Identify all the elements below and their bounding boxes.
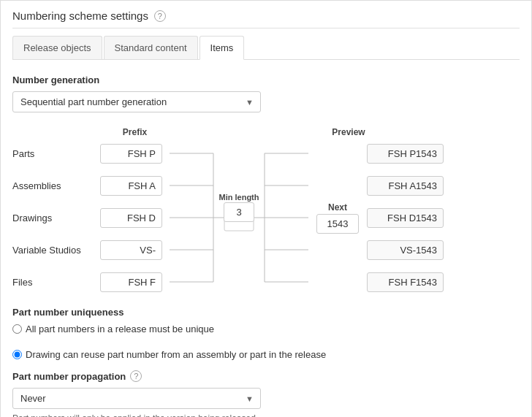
propagation-hint: Part numbers will only be applied in the… <box>12 413 520 417</box>
radio-all-unique[interactable]: All part numbers in a release must be un… <box>12 324 214 334</box>
propagation-help-icon[interactable]: ? <box>130 370 142 382</box>
prefix-input-files[interactable] <box>100 272 162 292</box>
radio-drawing-reuse[interactable]: Drawing can reuse part number from an as… <box>12 349 326 360</box>
row-label-assemblies: Assemblies <box>12 172 100 199</box>
page-title: Numbering scheme settings <box>12 9 148 22</box>
preview-parts <box>367 144 444 164</box>
row-label-variable-studios: Variable Studios <box>12 237 100 263</box>
prefix-row-drawings <box>100 204 170 231</box>
number-generation-section: Number generation Sequential part number… <box>12 74 520 112</box>
schema-section: Prefix Preview Parts Assemblies Drawings… <box>12 127 520 295</box>
row-label-files: Files <box>12 269 100 295</box>
radio-group: All part numbers in a release must be un… <box>12 324 520 360</box>
next-label: Next <box>328 202 347 213</box>
prefix-row-assemblies <box>100 172 170 199</box>
prefix-input-variable-studios[interactable] <box>100 240 162 260</box>
preview-row-drawings <box>367 204 447 231</box>
propagation-dropdown-wrapper: Never ▼ <box>12 388 261 409</box>
prefix-input-drawings[interactable] <box>100 208 162 228</box>
tab-items[interactable]: Items <box>200 36 245 60</box>
uniqueness-label: Part number uniqueness <box>12 307 520 318</box>
prefix-row-files <box>100 269 170 295</box>
preview-row-parts <box>367 140 447 167</box>
next-col: Next <box>308 140 367 295</box>
number-generation-select[interactable]: Sequential part number generation <box>12 91 261 112</box>
number-generation-dropdown-wrapper: Sequential part number generation ▼ <box>12 91 261 112</box>
uniqueness-section: Part number uniqueness All part numbers … <box>12 307 520 360</box>
min-length-input[interactable] <box>224 202 254 222</box>
preview-header: Preview <box>308 127 389 137</box>
page-help-icon[interactable]: ? <box>154 10 166 22</box>
prefix-row-parts <box>100 140 170 167</box>
next-input[interactable] <box>316 214 359 234</box>
radio-drawing-reuse-input[interactable] <box>12 350 22 359</box>
preview-drawings <box>367 208 444 228</box>
propagation-section: Part number propagation ? Never ▼ Part n… <box>12 370 520 417</box>
tab-standard-content[interactable]: Standard content <box>104 36 198 59</box>
number-generation-label: Number generation <box>12 74 520 85</box>
prefix-input-assemblies[interactable] <box>100 176 162 196</box>
preview-files <box>367 272 444 292</box>
row-label-parts: Parts <box>12 140 100 167</box>
radio-all-unique-input[interactable] <box>12 324 22 334</box>
preview-assemblies <box>367 176 444 196</box>
preview-col <box>367 140 447 295</box>
row-label-drawings: Drawings <box>12 204 100 231</box>
prefix-row-variable-studios <box>100 237 170 263</box>
page-header: Numbering scheme settings ? <box>12 9 520 28</box>
propagation-label: Part number propagation <box>12 371 126 382</box>
page-container: Numbering scheme settings ? Release obje… <box>0 0 532 417</box>
tabs-bar: Release objects Standard content Items <box>12 36 520 60</box>
min-length-control: Min length <box>213 193 265 222</box>
prefix-col <box>100 140 170 295</box>
prefix-header: Prefix <box>100 127 170 137</box>
connector-middle: Min length <box>170 140 308 295</box>
schema-rows: Parts Assemblies Drawings Variable Studi… <box>12 140 520 295</box>
propagation-select[interactable]: Never <box>12 388 261 409</box>
min-length-label: Min length <box>219 193 259 202</box>
propagation-label-row: Part number propagation ? <box>12 370 520 382</box>
preview-row-variable-studios <box>367 237 447 263</box>
preview-row-assemblies <box>367 172 447 199</box>
row-labels-col: Parts Assemblies Drawings Variable Studi… <box>12 140 100 295</box>
tab-release-objects[interactable]: Release objects <box>12 36 102 59</box>
preview-variable-studios <box>367 240 444 260</box>
preview-row-files <box>367 269 447 295</box>
prefix-input-parts[interactable] <box>100 144 162 164</box>
